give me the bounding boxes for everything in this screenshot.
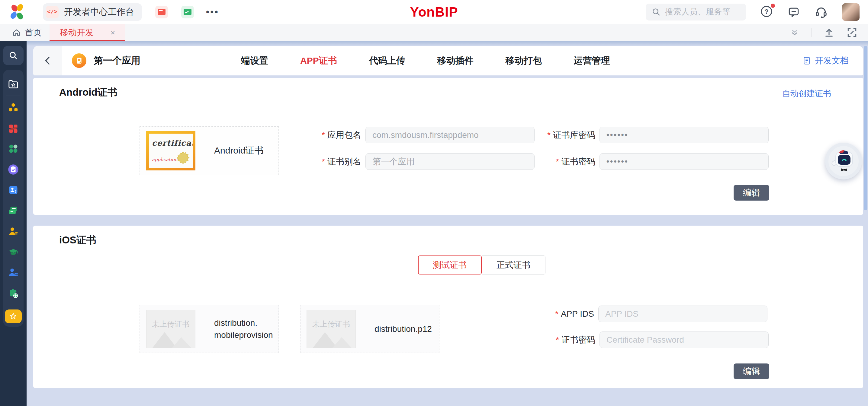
android-cert-section: Android证书 自动创建证书 certificate application… [33, 78, 863, 215]
printer-card-icon [7, 205, 19, 216]
upload-placeholder-image: 未上传证书 [146, 310, 195, 348]
red-app-icon[interactable] [155, 6, 168, 19]
app-header-card: 第一个应用 端设置 APP证书 代码上传 移动插件 移动打包 运营管理 [33, 46, 863, 75]
field-app-ids: *APP IDS [509, 306, 768, 322]
home-icon [12, 28, 21, 37]
sidebar-item-print-app[interactable] [3, 200, 24, 221]
cert-alias-input[interactable] [366, 153, 534, 170]
field-cert-alias: *证书别名 [277, 153, 534, 170]
image-placeholder-icon [307, 330, 356, 348]
tab-operation-mgmt[interactable]: 运营管理 [574, 55, 610, 67]
feedback-icon[interactable] [787, 5, 800, 19]
brand-logo: YonBIP [410, 4, 458, 20]
android-section-title: Android证书 [59, 86, 117, 99]
tab-app-certificate[interactable]: APP证书 [300, 55, 337, 67]
image-placeholder-icon [147, 330, 195, 348]
p12-upload-card[interactable]: 未上传证书 distribution.p12 [300, 305, 439, 353]
person-hourglass-icon [8, 184, 19, 196]
search-icon [652, 7, 661, 16]
workspace-tab[interactable]: </> 开发者中心工作台 [43, 3, 142, 21]
android-cert-card[interactable]: certificate application Android证书 [140, 126, 279, 175]
cert-password-input[interactable] [599, 153, 769, 170]
app-ids-input[interactable] [598, 306, 768, 322]
support-headset-icon[interactable] [814, 5, 828, 19]
clipboard-check-icon [7, 164, 19, 175]
sidebar-item-favorites[interactable] [3, 306, 24, 327]
green-app-icon[interactable] [181, 6, 194, 19]
dev-docs-link[interactable]: 开发文档 [802, 55, 849, 66]
tab-port-settings[interactable]: 端设置 [241, 55, 268, 67]
mobileprovision-file-name: distribution. mobileprovision [214, 317, 273, 341]
home-tab[interactable]: 首页 [0, 24, 50, 41]
tab-code-upload[interactable]: 代码上传 [369, 55, 405, 67]
yonyou-logo-icon[interactable] [8, 4, 25, 21]
sidebar-item-favorites-folder[interactable] [3, 74, 24, 94]
sidebar-search-button[interactable] [3, 46, 24, 65]
global-search[interactable] [646, 4, 746, 21]
sidebar-item-hr-app[interactable] [3, 180, 24, 200]
sidebar-app-panel [3, 70, 24, 327]
help-button[interactable]: ? [760, 5, 773, 19]
required-mark: * [322, 130, 325, 140]
no-cert-uploaded-label: 未上传证书 [307, 319, 355, 329]
required-mark: * [322, 157, 325, 166]
close-tab-icon[interactable]: × [111, 28, 115, 37]
ios-edit-button[interactable]: 编辑 [734, 364, 769, 379]
scrollbar-thumb[interactable] [864, 46, 867, 210]
user-avatar[interactable] [842, 3, 860, 21]
more-apps-icon[interactable]: ••• [206, 7, 219, 17]
upload-placeholder-image: 未上传证书 [307, 310, 356, 348]
android-edit-button[interactable]: 编辑 [734, 185, 769, 201]
p12-file-name: distribution.p12 [374, 323, 432, 335]
app-title: 第一个应用 [94, 54, 141, 67]
sidebar-item-clover-app[interactable] [3, 138, 24, 159]
hexagon-cluster-icon [7, 102, 19, 113]
mobileprovision-upload-card[interactable]: 未上传证书 distribution. mobileprovision [140, 305, 279, 353]
sidebar-item-org-app[interactable] [3, 262, 24, 283]
folder-star-icon [7, 78, 19, 90]
collapse-tabs-icon[interactable] [789, 27, 800, 38]
cert-password-label: 证书密码 [561, 157, 595, 166]
ios-section-title: iOS证书 [59, 233, 96, 247]
search-input[interactable] [665, 7, 738, 16]
sidebar-item-learning-app[interactable] [3, 242, 24, 262]
certificate-seal-icon [175, 150, 191, 166]
left-sidebar [0, 41, 27, 406]
ios-cert-section: iOS证书 测试证书 正式证书 未上传证书 distribution. [33, 226, 863, 388]
fullscreen-icon[interactable] [846, 27, 858, 38]
tab-test-cert[interactable]: 测试证书 [418, 256, 482, 274]
app-icon [72, 54, 86, 68]
required-mark: * [555, 309, 558, 318]
svg-text:?: ? [765, 7, 769, 15]
sidebar-item-approval-app[interactable] [3, 159, 24, 179]
tab-mobile-dev-label: 移动开发 [60, 27, 94, 38]
sidebar-item-hex-app[interactable] [3, 97, 24, 117]
tab-mobile-plugin[interactable]: 移动插件 [437, 55, 473, 67]
assistant-robot-button[interactable] [825, 143, 862, 179]
keystore-password-label: 证书库密码 [553, 130, 595, 140]
auto-create-cert-link[interactable]: 自动创建证书 [782, 88, 831, 99]
back-button[interactable] [33, 46, 62, 75]
sidebar-item-plugin-app[interactable] [3, 283, 24, 303]
dev-docs-label: 开发文档 [815, 55, 849, 66]
tab-mobile-dev[interactable]: 移动开发 × [50, 24, 125, 41]
field-ios-cert-password: *证书密码 [511, 332, 769, 348]
main-area: 第一个应用 端设置 APP证书 代码上传 移动插件 移动打包 运营管理 [27, 41, 868, 406]
sidebar-item-design-app[interactable] [3, 118, 24, 138]
back-chevron-icon [42, 56, 53, 66]
person-list-icon [7, 226, 19, 237]
help-badge [771, 4, 775, 8]
divider [6, 96, 21, 96]
ios-cert-password-label: 证书密码 [561, 335, 595, 344]
person-grid-icon [7, 267, 19, 278]
tab-prod-cert[interactable]: 正式证书 [482, 256, 546, 274]
dev-workspace-icon: </> [46, 6, 59, 19]
robot-icon [828, 145, 859, 177]
tab-mobile-package[interactable]: 移动打包 [505, 55, 542, 67]
package-name-input[interactable] [366, 127, 534, 143]
ios-cert-password-input[interactable] [599, 332, 769, 348]
publish-icon[interactable] [823, 27, 835, 38]
sidebar-item-staff-app[interactable] [3, 221, 24, 241]
window-tab-bar: 首页 移动开发 × [0, 24, 868, 41]
keystore-password-input[interactable] [599, 127, 769, 143]
